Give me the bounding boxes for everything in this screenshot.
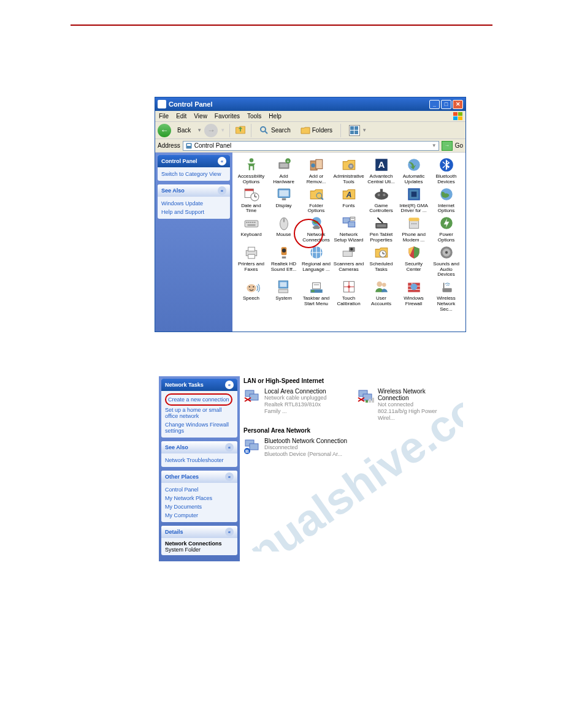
cp-icon-netsetup[interactable]: Network Setup Wizard (332, 214, 365, 244)
cp-icon-display[interactable]: Display (267, 186, 300, 215)
connection-item[interactable]: Local Area ConnectionNetwork cable unplu… (243, 387, 339, 426)
address-field[interactable]: Control Panel ▼ (183, 141, 439, 151)
cp-icon-security[interactable]: Security Center (397, 244, 430, 278)
panel-header[interactable]: See Also« (158, 184, 230, 197)
computer-link[interactable]: My Computer (165, 511, 234, 520)
documents-link[interactable]: My Documents (165, 502, 234, 511)
cp-icon-intel[interactable]: Intel(R) GMA Driver for ... (397, 186, 430, 215)
connection-item[interactable]: Wireless Network ConnectionNot connected… (357, 387, 452, 426)
cp-icon-system[interactable]: System (267, 278, 300, 313)
menu-edit[interactable]: Edit (176, 113, 186, 119)
setup-network-link[interactable]: Set up a home or small office network (165, 406, 234, 420)
svg-point-35 (377, 194, 380, 196)
panel-header[interactable]: See Also« (161, 441, 237, 453)
menu-tools[interactable]: Tools (247, 113, 261, 119)
panel-header[interactable]: Other Places« (161, 471, 237, 483)
connection-device: 802.11a/b/g High Power Wirel... (378, 408, 452, 422)
folders-button[interactable]: Folders (297, 124, 336, 137)
address-bar: Address Control Panel ▼ → Go (155, 139, 465, 153)
cp-icon-game[interactable]: Game Controllers (365, 186, 397, 215)
cp-icon-users[interactable]: User Accounts (365, 278, 397, 313)
cp-icon-updates[interactable]: Automatic Updates (397, 156, 430, 186)
back-dropdown-icon[interactable]: ▼ (197, 127, 202, 133)
collapse-icon[interactable]: « (225, 472, 234, 481)
back-label[interactable]: Back (174, 126, 194, 135)
separator (229, 124, 230, 137)
troubleshooter-link[interactable]: Network Troubleshooter (165, 456, 234, 464)
collapse-icon[interactable]: « (225, 443, 234, 452)
panel-header[interactable]: Control Panel« (158, 155, 230, 167)
cp-icon-realtek[interactable]: Realtek HD Sound Eff... (267, 244, 300, 278)
cp-icon-scheduled[interactable]: Scheduled Tasks (365, 244, 397, 278)
cp-icon-hardware[interactable]: +Add Hardware (267, 156, 300, 186)
connection-item[interactable]: B Bluetooth Network ConnectionDisconnect… (243, 436, 452, 463)
svg-point-97 (382, 283, 386, 287)
svg-line-32 (321, 197, 323, 199)
svg-point-82 (247, 284, 256, 292)
control-panel-link[interactable]: Control Panel (165, 485, 234, 494)
collapse-icon[interactable]: « (218, 186, 226, 195)
cp-icon-datetime[interactable]: Date and Time (235, 186, 267, 215)
cp-icon-keyboard[interactable]: Keyboard (235, 214, 267, 244)
cp-icon-addremove[interactable]: Add or Remov... (300, 156, 332, 186)
menu-favorites[interactable]: Favorites (215, 113, 240, 119)
cp-icon-accessibility[interactable]: Accessibility Options (235, 156, 267, 186)
switch-view-link[interactable]: Switch to Category View (161, 170, 226, 178)
close-button[interactable]: ✕ (453, 100, 463, 109)
cp-icon-printer[interactable]: Printers and Faxes (235, 244, 267, 278)
go-button[interactable]: → (442, 141, 453, 151)
forward-button[interactable]: → (204, 124, 218, 137)
menu-help[interactable]: Help (269, 113, 282, 119)
cp-icon-scanner[interactable]: Scanners and Cameras (332, 244, 365, 278)
collapse-icon[interactable]: « (225, 381, 234, 389)
maximize-button[interactable]: □ (441, 100, 451, 109)
menu-view[interactable]: View (194, 113, 207, 119)
windows-update-link[interactable]: Windows Update (161, 199, 226, 208)
search-button[interactable]: Search (256, 124, 294, 137)
panel-header[interactable]: Network Tasks« (161, 379, 237, 391)
collapse-icon[interactable]: « (218, 157, 226, 165)
svg-rect-115 (369, 399, 371, 403)
up-button[interactable] (234, 124, 247, 137)
bluetooth-icon: B (243, 438, 261, 455)
create-connection-link[interactable]: Create a new connection (168, 395, 229, 404)
page-top-rule (71, 25, 492, 26)
address-dropdown-icon[interactable]: ▼ (432, 143, 437, 148)
lan-section-header: LAN or High-Speed Internet (243, 376, 452, 387)
svg-line-6 (265, 131, 267, 134)
svg-rect-43 (246, 222, 247, 223)
cp-icon-advantech[interactable]: AAdvantech Central Uti... (365, 156, 397, 186)
svg-rect-89 (311, 290, 314, 292)
cp-icon-wireless[interactable]: Wireless Network Sec... (430, 278, 462, 313)
cp-icon-fonts[interactable]: AFonts (332, 186, 365, 215)
cp-icon-touch[interactable]: Touch Calibration (332, 278, 365, 313)
firewall-settings-link[interactable]: Change Windows Firewall settings (165, 420, 234, 435)
cp-icon-speech[interactable]: Speech (235, 278, 267, 313)
cp-icon-folder[interactable]: Folder Options (300, 186, 332, 215)
back-button[interactable]: ← (158, 124, 171, 137)
network-places-link[interactable]: My Network Places (165, 494, 234, 502)
views-button[interactable]: ▼ (345, 124, 370, 137)
titlebar[interactable]: Control Panel _ □ ✕ (155, 97, 465, 111)
cp-icon-admin[interactable]: Administrative Tools (332, 156, 365, 186)
cp-icon-power[interactable]: Power Options (430, 214, 462, 244)
svg-text:+: + (286, 159, 289, 164)
address-value: Control Panel (194, 142, 232, 149)
svg-rect-2 (458, 112, 462, 116)
cp-icon-regional[interactable]: Regional and Language ... (300, 244, 332, 278)
svg-rect-58 (377, 224, 386, 227)
cp-icon-pen[interactable]: Pen Tablet Properties (365, 214, 397, 244)
cp-icon-internet[interactable]: Internet Options (430, 186, 462, 215)
cp-icon-firewall[interactable]: Windows Firewall (397, 278, 430, 313)
panel-header[interactable]: Details« (161, 526, 237, 538)
menu-file[interactable]: File (159, 113, 169, 119)
cp-icon-phone[interactable]: Phone and Modem ... (397, 214, 430, 244)
svg-point-103 (410, 284, 417, 290)
cp-icon-taskbar[interactable]: Taskbar and Start Menu (300, 278, 332, 313)
cp-icon-sounds[interactable]: Sounds and Audio Devices (430, 244, 462, 278)
svg-point-96 (377, 282, 382, 287)
minimize-button[interactable]: _ (429, 100, 440, 109)
cp-icon-bluetooth[interactable]: Bluetooth Devices (430, 156, 462, 186)
help-support-link[interactable]: Help and Support (161, 208, 226, 216)
collapse-icon[interactable]: « (225, 528, 234, 536)
